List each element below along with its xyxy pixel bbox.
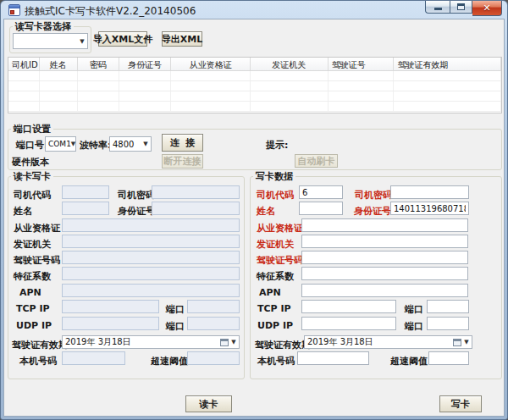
write-card-driver-code-label: 司机代码 [257, 189, 294, 202]
grid-cell [251, 102, 329, 111]
minimize-button[interactable] [425, 1, 450, 14]
disconnect-button: 断开连接 [162, 154, 203, 169]
write-card-tcp-ip-input[interactable] [301, 300, 396, 313]
write-card-driver-code-input[interactable] [299, 185, 343, 199]
write-card-name-label: 姓名 [257, 205, 275, 218]
read-card-license-expiry-value: 2019年 3月18日 [65, 336, 131, 348]
grid-header-5[interactable]: 发证机关 [251, 58, 329, 70]
grid-header-4[interactable]: 从业资格证 [171, 58, 251, 70]
write-card-local-number-label: 本机号码 [257, 355, 295, 368]
grid-header-2[interactable]: 密码 [78, 58, 119, 70]
grid-cell [251, 71, 329, 80]
read-card-id-number-input [152, 202, 240, 215]
import-xml-button[interactable]: 导入XML文件 [98, 31, 147, 47]
read-card-apn-input [62, 284, 240, 297]
write-card-license-number-label: 驾驶证号码 [257, 254, 303, 267]
read-card-tcp-port-label: 端口 [166, 303, 185, 316]
grid-cell [78, 91, 119, 101]
write-card-feature-coefficient-input[interactable] [301, 267, 468, 280]
read-card-license-number-label: 驾驶证号码 [14, 254, 60, 267]
write-card-udp-port-input[interactable] [427, 317, 469, 330]
write-card-name-input[interactable] [299, 202, 343, 215]
read-card-button[interactable]: 读卡 [185, 395, 232, 412]
driver-data-grid: 司机ID姓名密码身份证号从业资格证发证机关驾驶证号驾驶证有效期 [8, 57, 502, 113]
app-icon [8, 4, 20, 16]
maximize-icon [457, 3, 465, 10]
write-card-udp-port-label: 端口 [405, 320, 423, 333]
baud-rate-combobox[interactable]: 4800 ▼ [109, 136, 152, 152]
close-button[interactable]: ✕ [472, 1, 502, 16]
read-card-license-number-input [62, 251, 240, 264]
read-card-name-input [62, 202, 109, 215]
grid-cell [394, 71, 501, 80]
grid-cell [329, 91, 395, 101]
write-card-id-number-input[interactable] [390, 202, 469, 215]
write-card-feature-coefficient-label: 特征系数 [257, 270, 294, 283]
grid-cell [40, 102, 78, 111]
read-card-speed-threshold-input [187, 351, 240, 365]
write-card-local-number-input[interactable] [297, 351, 369, 365]
connect-button[interactable]: 连 接 [162, 134, 203, 152]
read-card-driver-password-label: 司机密码 [118, 189, 155, 202]
calendar-icon [220, 339, 229, 346]
grid-cell [8, 71, 40, 80]
grid-cell [329, 81, 395, 91]
grid-cell [8, 91, 40, 101]
chevron-down-icon: ▼ [77, 38, 87, 45]
read-card-license-expiry-datepicker[interactable]: 2019年 3月18日▼ [62, 335, 240, 349]
grid-cell [394, 91, 501, 101]
grid-header-0[interactable]: 司机ID [8, 58, 40, 70]
read-card-local-number-label: 本机号码 [19, 355, 57, 368]
grid-empty-row [8, 81, 501, 91]
grid-cell [119, 71, 172, 80]
export-xml-button[interactable]: 导出XML [162, 31, 202, 47]
grid-header-3[interactable]: 身份证号 [119, 58, 172, 70]
write-card-button[interactable]: 写卡 [439, 395, 482, 412]
write-card-license-expiry-datepicker[interactable]: 2019年 3月18日▼ [304, 335, 472, 349]
write-card-driver-password-input[interactable] [390, 185, 469, 199]
calendar-icon [453, 339, 461, 346]
grid-cell [171, 81, 251, 91]
write-card-issuing-authority-input[interactable] [301, 235, 468, 248]
grid-header-7[interactable]: 驾驶证有效期 [394, 58, 501, 70]
read-card-license-expiry-label: 驾驶证有效期 [12, 339, 68, 351]
grid-body [8, 71, 501, 112]
write-card-group-label: 写卡数据 [253, 170, 295, 183]
write-card-license-number-input[interactable] [301, 251, 468, 264]
grid-cell [171, 91, 251, 101]
grid-cell [78, 81, 119, 91]
write-card-qualification-cert-input[interactable] [301, 218, 468, 232]
write-card-license-expiry-value: 2019年 3月18日 [307, 336, 373, 348]
grid-cell [251, 91, 329, 101]
window-title: 接触式IC卡写卡软件V2.2_20140506 [25, 4, 196, 19]
grid-empty-row [8, 91, 501, 102]
write-card-tcp-port-label: 端口 [405, 303, 423, 316]
reader-select-combobox[interactable]: ▼ [13, 33, 88, 49]
read-card-qualification-cert-input [62, 218, 240, 232]
minimize-icon [434, 8, 442, 10]
grid-cell [40, 81, 78, 91]
grid-cell [171, 71, 251, 80]
read-card-local-number-input [62, 351, 125, 365]
grid-header-6[interactable]: 驾驶证号 [329, 58, 395, 70]
read-card-driver-code-label: 司机代码 [14, 189, 51, 202]
grid-cell [8, 81, 40, 91]
maximize-button[interactable] [450, 1, 472, 14]
write-card-speed-threshold-input[interactable] [428, 351, 469, 365]
write-card-udp-ip-label: UDP IP [257, 320, 293, 331]
read-card-udp-ip-label: UDP IP [16, 320, 52, 331]
grid-cell [8, 102, 40, 111]
write-card-udp-ip-input[interactable] [301, 317, 396, 330]
write-card-tcp-port-input[interactable] [427, 300, 469, 313]
read-card-udp-ip-input [62, 317, 159, 330]
title-bar: 接触式IC卡写卡软件V2.2_20140506 ✕ [1, 1, 507, 19]
grid-cell [171, 102, 251, 111]
hardware-version-label: 硬件版本 [12, 156, 49, 169]
write-card-apn-input[interactable] [301, 284, 468, 297]
port-number-combobox[interactable]: COM1 ▼ [45, 136, 76, 152]
grid-header-1[interactable]: 姓名 [40, 58, 78, 70]
write-card-apn-label: APN [259, 287, 281, 298]
read-card-tcp-ip-input [62, 300, 159, 313]
grid-cell [329, 71, 395, 80]
read-card-issuing-authority-input [62, 235, 240, 248]
